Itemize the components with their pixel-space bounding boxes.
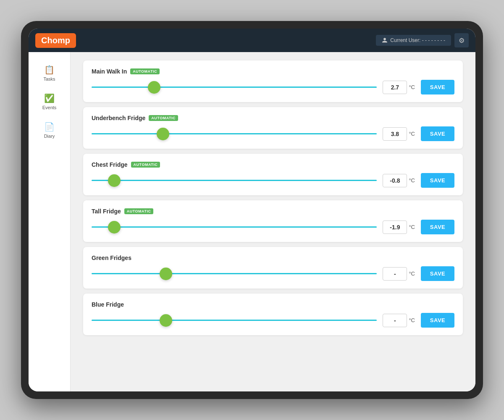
- header: Chomp Current User: - - - - - - - - ⚙: [29, 29, 475, 52]
- events-label: Events: [42, 105, 57, 110]
- save-button-underbench-fridge[interactable]: SAVE: [421, 126, 454, 141]
- save-button-green-fridges[interactable]: SAVE: [421, 266, 454, 281]
- sidebar: 📋 Tasks ✅ Events 📄 Diary: [29, 52, 71, 391]
- auto-badge-chest-fridge: AUTOMATIC: [131, 162, 160, 168]
- card-underbench-fridge: Underbench FridgeAUTOMATIC°CSAVE: [83, 107, 463, 149]
- tasks-icon: 📋: [44, 65, 55, 75]
- card-title-chest-fridge: Chest Fridge: [92, 161, 128, 168]
- auto-badge-main-walk-in: AUTOMATIC: [130, 68, 160, 74]
- sidebar-item-diary[interactable]: 📄 Diary: [33, 118, 66, 143]
- temp-unit-underbench-fridge: °C: [409, 131, 415, 137]
- auto-badge-tall-fridge: AUTOMATIC: [124, 208, 154, 214]
- slider-thumb-underbench-fridge[interactable]: [157, 128, 169, 140]
- events-icon: ✅: [44, 93, 55, 103]
- app-body: 📋 Tasks ✅ Events 📄 Diary Main Walk InAUT…: [29, 52, 475, 391]
- app-logo: Chomp: [35, 33, 76, 48]
- temp-unit-tall-fridge: °C: [409, 224, 415, 230]
- temp-input-main-walk-in[interactable]: [383, 81, 407, 94]
- slider-thumb-green-fridges[interactable]: [160, 268, 172, 280]
- card-main-walk-in: Main Walk InAUTOMATIC°CSAVE: [83, 60, 463, 102]
- diary-label: Diary: [44, 134, 55, 139]
- card-chest-fridge: Chest FridgeAUTOMATIC°CSAVE: [83, 154, 463, 195]
- slider-thumb-main-walk-in[interactable]: [148, 81, 160, 94]
- slider-underbench-fridge[interactable]: [92, 127, 377, 141]
- slider-thumb-chest-fridge[interactable]: [108, 174, 121, 187]
- card-blue-fridge: Blue Fridge°CSAVE: [83, 294, 463, 335]
- header-right: Current User: - - - - - - - - ⚙: [376, 33, 469, 47]
- slider-track-blue-fridge: [92, 320, 377, 321]
- card-row-blue-fridge: °CSAVE: [92, 313, 454, 328]
- card-header-main-walk-in: Main Walk InAUTOMATIC: [92, 68, 454, 75]
- temp-input-underbench-fridge[interactable]: [383, 127, 407, 141]
- tablet-frame: Chomp Current User: - - - - - - - - ⚙ 📋 …: [21, 21, 483, 399]
- save-button-main-walk-in[interactable]: SAVE: [421, 80, 454, 94]
- temp-group-main-walk-in: °C: [383, 81, 415, 94]
- main-content: Main Walk InAUTOMATIC°CSAVEUnderbench Fr…: [71, 52, 475, 391]
- card-header-green-fridges: Green Fridges: [92, 255, 454, 261]
- card-header-underbench-fridge: Underbench FridgeAUTOMATIC: [92, 115, 454, 121]
- slider-thumb-blue-fridge[interactable]: [160, 314, 172, 327]
- slider-tall-fridge[interactable]: [92, 220, 377, 234]
- card-title-underbench-fridge: Underbench Fridge: [92, 115, 145, 121]
- slider-track-underbench-fridge: [92, 133, 377, 134]
- temp-input-tall-fridge[interactable]: [383, 220, 407, 234]
- temp-input-green-fridges[interactable]: [383, 267, 407, 281]
- temp-input-chest-fridge[interactable]: [383, 174, 407, 187]
- user-info: Current User: - - - - - - - -: [376, 35, 451, 46]
- card-header-blue-fridge: Blue Fridge: [92, 301, 454, 308]
- card-row-green-fridges: °CSAVE: [92, 266, 454, 281]
- slider-blue-fridge[interactable]: [92, 314, 377, 327]
- card-tall-fridge: Tall FridgeAUTOMATIC°CSAVE: [83, 200, 463, 242]
- slider-green-fridges[interactable]: [92, 267, 377, 281]
- card-row-tall-fridge: °CSAVE: [92, 220, 454, 234]
- card-green-fridges: Green Fridges°CSAVE: [83, 247, 463, 289]
- tasks-label: Tasks: [43, 76, 55, 81]
- sidebar-item-tasks[interactable]: 📋 Tasks: [33, 60, 66, 86]
- settings-button[interactable]: ⚙: [454, 33, 469, 47]
- card-title-main-walk-in: Main Walk In: [92, 68, 127, 75]
- card-row-underbench-fridge: °CSAVE: [92, 126, 454, 141]
- diary-icon: 📄: [44, 122, 55, 132]
- card-row-main-walk-in: °CSAVE: [92, 80, 454, 94]
- temp-unit-blue-fridge: °C: [409, 317, 415, 323]
- slider-track-tall-fridge: [92, 226, 377, 228]
- save-button-tall-fridge[interactable]: SAVE: [421, 220, 454, 234]
- temp-group-green-fridges: °C: [383, 267, 415, 281]
- sidebar-item-events[interactable]: ✅ Events: [33, 89, 66, 114]
- card-header-tall-fridge: Tall FridgeAUTOMATIC: [92, 208, 454, 215]
- temp-input-blue-fridge[interactable]: [383, 314, 407, 327]
- gear-icon: ⚙: [459, 37, 465, 45]
- auto-badge-underbench-fridge: AUTOMATIC: [149, 115, 178, 121]
- tablet-screen: Chomp Current User: - - - - - - - - ⚙ 📋 …: [29, 29, 475, 391]
- temp-group-blue-fridge: °C: [383, 314, 415, 327]
- card-title-blue-fridge: Blue Fridge: [92, 301, 124, 308]
- card-header-chest-fridge: Chest FridgeAUTOMATIC: [92, 161, 454, 168]
- user-icon: [382, 37, 388, 43]
- temp-unit-chest-fridge: °C: [409, 177, 415, 184]
- slider-main-walk-in[interactable]: [92, 81, 377, 94]
- slider-track-green-fridges: [92, 273, 377, 274]
- card-row-chest-fridge: °CSAVE: [92, 173, 454, 188]
- temp-group-chest-fridge: °C: [383, 174, 415, 187]
- temp-group-underbench-fridge: °C: [383, 127, 415, 141]
- card-title-green-fridges: Green Fridges: [92, 255, 131, 261]
- temp-group-tall-fridge: °C: [383, 220, 415, 234]
- temp-unit-green-fridges: °C: [409, 270, 415, 277]
- card-title-tall-fridge: Tall Fridge: [92, 208, 121, 215]
- save-button-blue-fridge[interactable]: SAVE: [421, 313, 454, 328]
- user-label: Current User: - - - - - - - -: [390, 37, 445, 43]
- slider-thumb-tall-fridge[interactable]: [108, 221, 121, 234]
- save-button-chest-fridge[interactable]: SAVE: [421, 173, 454, 188]
- slider-chest-fridge[interactable]: [92, 174, 377, 187]
- slider-track-main-walk-in: [92, 87, 377, 88]
- slider-track-chest-fridge: [92, 180, 377, 181]
- temp-unit-main-walk-in: °C: [409, 84, 415, 90]
